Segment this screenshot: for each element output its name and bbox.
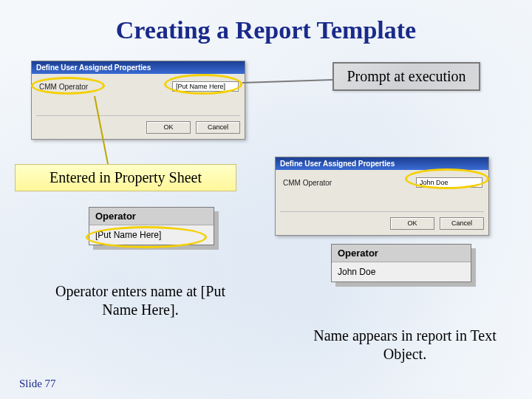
callout-entered-property-sheet: Entered in Property Sheet: [15, 164, 236, 191]
dialog2-field-input[interactable]: John Doe: [416, 177, 482, 188]
dialog1-field-label: CMM Operator: [39, 83, 88, 91]
textobj1-header: Operator: [89, 208, 214, 225]
text-object-operator-filled: Operator John Doe: [331, 244, 471, 282]
dialog-define-properties-2: Define User Assigned Properties CMM Oper…: [275, 157, 489, 236]
text-object-operator-placeholder: Operator [Put Name Here]: [89, 207, 214, 245]
dialog2-ok-button[interactable]: OK: [390, 217, 434, 230]
dialog2-field-label: CMM Operator: [283, 179, 332, 187]
textobj2-header: Operator: [332, 245, 471, 262]
dialog1-field-input[interactable]: [Put Name Here]: [172, 81, 239, 92]
dialog2-cancel-button[interactable]: Cancel: [440, 217, 484, 230]
dialog-define-properties-1: Define User Assigned Properties CMM Oper…: [31, 61, 245, 140]
dialog2-titlebar: Define User Assigned Properties: [276, 157, 488, 170]
caption-name-appears: Name appears in report in Text Object.: [301, 327, 508, 364]
dialog1-titlebar: Define User Assigned Properties: [32, 61, 245, 74]
dialog1-cancel-button[interactable]: Cancel: [196, 121, 240, 134]
textobj2-value: John Doe: [332, 262, 471, 282]
caption-operator-enters: Operator enters name at [Put Name Here].: [44, 282, 236, 319]
textobj1-value: [Put Name Here]: [89, 225, 214, 245]
page-title: Creating a Report Template: [0, 16, 532, 44]
dialog1-ok-button[interactable]: OK: [146, 121, 191, 134]
callout-prompt-at-execution: Prompt at execution: [332, 62, 480, 91]
slide-number: Slide 77: [19, 378, 56, 390]
